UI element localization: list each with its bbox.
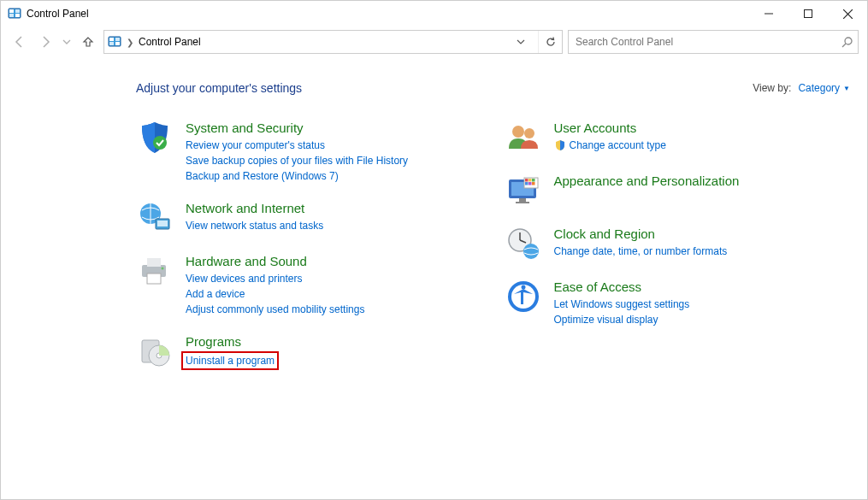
svg-point-43 [523, 244, 539, 259]
navigation-bar: ❯ Control Panel [1, 26, 867, 57]
refresh-button[interactable] [538, 31, 562, 53]
category-heading[interactable]: Programs [186, 334, 279, 349]
svg-rect-10 [109, 38, 114, 41]
link-add-device[interactable]: Add a device [186, 286, 245, 302]
svg-rect-34 [525, 179, 528, 182]
control-panel-icon [8, 7, 21, 21]
svg-rect-3 [9, 14, 14, 17]
category-appearance: Appearance and Personalization [505, 172, 851, 209]
content-area: Adjust your computer's settings View by:… [1, 57, 867, 403]
svg-rect-36 [532, 179, 535, 182]
category-heading[interactable]: System and Security [186, 121, 408, 135]
svg-rect-13 [115, 42, 120, 45]
close-button[interactable] [828, 1, 867, 26]
svg-rect-21 [147, 258, 161, 267]
view-by-value: Category [798, 82, 840, 94]
link-devices-printers[interactable]: View devices and printers [186, 271, 303, 286]
view-by-selector[interactable]: Category ▼ [798, 82, 850, 94]
ease-of-access-icon [505, 278, 542, 315]
svg-point-16 [153, 136, 167, 150]
link-windows-suggest[interactable]: Let Windows suggest settings [554, 297, 690, 312]
svg-rect-6 [805, 10, 812, 18]
svg-rect-37 [525, 182, 528, 185]
svg-point-23 [162, 268, 164, 270]
svg-point-28 [524, 128, 534, 138]
category-grid: System and Security Review your computer… [136, 119, 850, 385]
svg-line-15 [842, 44, 846, 47]
svg-rect-39 [532, 182, 535, 185]
svg-point-14 [845, 38, 852, 44]
link-change-account-type[interactable]: Change account type [570, 138, 666, 153]
category-clock-region: Clock and Region Change date, time, or n… [505, 225, 851, 262]
svg-rect-31 [519, 198, 526, 202]
category-network-internet: Network and Internet View network status… [136, 199, 482, 237]
globe-network-icon [136, 199, 174, 237]
printer-icon [136, 252, 174, 290]
svg-rect-38 [528, 182, 532, 185]
svg-point-27 [512, 126, 524, 138]
page-title: Adjust your computer's settings [136, 81, 302, 95]
view-by-control: View by: Category ▼ [753, 82, 850, 94]
search-input[interactable] [574, 35, 841, 49]
maximize-button[interactable] [788, 1, 828, 26]
category-hardware-sound: Hardware and Sound View devices and prin… [136, 252, 482, 317]
search-box[interactable] [568, 30, 859, 54]
back-button[interactable] [9, 32, 30, 52]
link-backup-restore[interactable]: Backup and Restore (Windows 7) [186, 168, 339, 184]
link-file-history[interactable]: Save backup copies of your files with Fi… [186, 153, 408, 168]
category-user-accounts: User Accounts Change account type [505, 119, 851, 156]
category-heading[interactable]: Clock and Region [554, 226, 728, 241]
svg-rect-22 [147, 274, 161, 284]
category-heading[interactable]: Hardware and Sound [186, 254, 364, 268]
window-title: Control Panel [27, 8, 89, 20]
window-buttons [749, 1, 867, 26]
forward-button[interactable] [35, 32, 56, 52]
left-column: System and Security Review your computer… [136, 119, 482, 385]
uac-shield-icon [554, 139, 566, 151]
link-change-date-time[interactable]: Change date, time, or number formats [554, 244, 728, 259]
clock-globe-icon [505, 225, 542, 262]
right-column: User Accounts Change account type [505, 119, 851, 385]
link-network-status[interactable]: View network status and tasks [186, 218, 323, 233]
users-icon [505, 119, 542, 156]
up-button[interactable] [78, 32, 98, 52]
address-location[interactable]: Control Panel [139, 36, 504, 48]
svg-rect-11 [115, 38, 120, 41]
breadcrumb-chevron-icon[interactable]: ❯ [127, 38, 133, 47]
link-optimize-display[interactable]: Optimize visual display [554, 312, 658, 327]
disc-box-icon [136, 332, 174, 370]
control-panel-icon [108, 35, 121, 49]
svg-point-46 [521, 285, 525, 290]
content-header: Adjust your computer's settings View by:… [136, 81, 850, 95]
svg-rect-32 [516, 202, 529, 203]
category-heading[interactable]: Appearance and Personalization [554, 174, 740, 188]
recent-locations-button[interactable] [61, 32, 73, 52]
category-heading[interactable]: Ease of Access [554, 279, 690, 294]
monitor-colors-icon [505, 172, 542, 209]
svg-rect-19 [157, 221, 168, 226]
category-programs: Programs Uninstall a program [136, 332, 482, 370]
category-ease-of-access: Ease of Access Let Windows suggest setti… [505, 278, 851, 327]
svg-rect-35 [528, 179, 532, 182]
svg-rect-12 [109, 42, 114, 45]
svg-rect-1 [9, 9, 14, 13]
category-system-security: System and Security Review your computer… [136, 119, 482, 184]
shield-icon [136, 119, 174, 156]
svg-rect-2 [15, 9, 20, 13]
minimize-button[interactable] [749, 1, 788, 26]
svg-rect-4 [15, 14, 20, 17]
category-heading[interactable]: Network and Internet [186, 201, 323, 215]
link-mobility-settings[interactable]: Adjust commonly used mobility settings [186, 302, 364, 317]
link-review-status[interactable]: Review your computer's status [186, 138, 325, 153]
category-heading[interactable]: User Accounts [554, 121, 666, 135]
address-dropdown-button[interactable] [509, 31, 533, 53]
title-bar: Control Panel [1, 1, 867, 26]
link-uninstall-program[interactable]: Uninstall a program [181, 351, 279, 370]
chevron-down-icon: ▼ [843, 85, 850, 92]
search-icon[interactable] [841, 37, 853, 48]
view-by-label: View by: [753, 82, 791, 94]
address-bar[interactable]: ❯ Control Panel [103, 30, 563, 54]
